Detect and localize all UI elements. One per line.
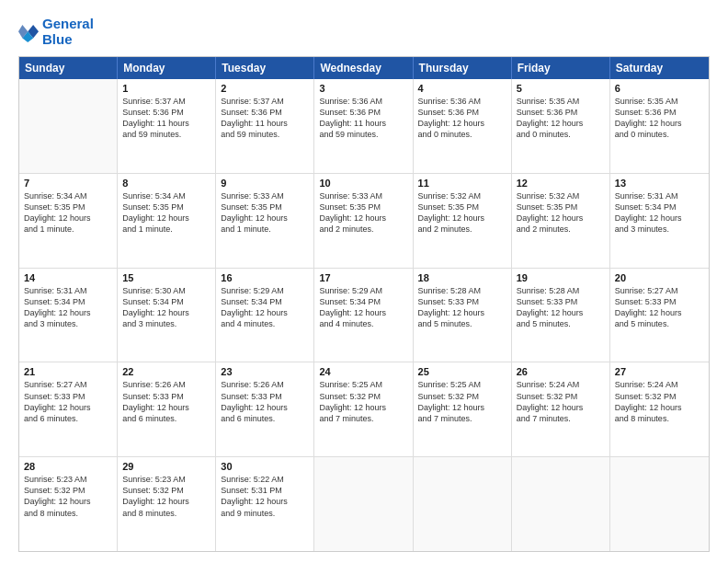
logo: General Blue: [18, 17, 94, 47]
day-cell-13: 13Sunrise: 5:31 AM Sunset: 5:34 PM Dayli…: [610, 174, 709, 268]
calendar: SundayMondayTuesdayWednesdayThursdayFrid…: [18, 56, 710, 552]
day-cell-5: 5Sunrise: 5:35 AM Sunset: 5:36 PM Daylig…: [512, 79, 610, 173]
day-number: 24: [319, 366, 407, 377]
day-info: Sunrise: 5:36 AM Sunset: 5:36 PM Dayligh…: [319, 96, 407, 141]
day-number: 19: [517, 272, 605, 283]
day-info: Sunrise: 5:27 AM Sunset: 5:33 PM Dayligh…: [615, 285, 704, 330]
day-info: Sunrise: 5:29 AM Sunset: 5:34 PM Dayligh…: [319, 285, 407, 330]
day-cell-11: 11Sunrise: 5:32 AM Sunset: 5:35 PM Dayli…: [414, 174, 512, 268]
day-number: 16: [221, 272, 309, 283]
day-cell-10: 10Sunrise: 5:33 AM Sunset: 5:35 PM Dayli…: [314, 174, 413, 268]
day-number: 20: [615, 272, 704, 283]
day-number: 27: [615, 366, 704, 377]
day-cell-30: 30Sunrise: 5:22 AM Sunset: 5:31 PM Dayli…: [216, 457, 314, 551]
header-day-thursday: Thursday: [414, 57, 512, 79]
day-number: 4: [418, 83, 506, 94]
day-number: 10: [319, 178, 407, 189]
day-cell-14: 14Sunrise: 5:31 AM Sunset: 5:34 PM Dayli…: [19, 269, 118, 362]
day-cell-22: 22Sunrise: 5:26 AM Sunset: 5:33 PM Dayli…: [118, 362, 216, 456]
header-day-sunday: Sunday: [19, 57, 118, 79]
day-info: Sunrise: 5:37 AM Sunset: 5:36 PM Dayligh…: [122, 96, 210, 141]
day-number: 3: [319, 83, 407, 94]
day-info: Sunrise: 5:28 AM Sunset: 5:33 PM Dayligh…: [517, 285, 605, 330]
day-number: 11: [418, 178, 506, 189]
day-info: Sunrise: 5:34 AM Sunset: 5:35 PM Dayligh…: [24, 190, 112, 236]
day-cell-6: 6Sunrise: 5:35 AM Sunset: 5:36 PM Daylig…: [610, 79, 709, 173]
day-info: Sunrise: 5:32 AM Sunset: 5:35 PM Dayligh…: [418, 190, 506, 236]
header-day-tuesday: Tuesday: [216, 57, 314, 79]
header-day-wednesday: Wednesday: [314, 57, 413, 79]
week-row-2: 7Sunrise: 5:34 AM Sunset: 5:35 PM Daylig…: [19, 174, 709, 269]
day-info: Sunrise: 5:26 AM Sunset: 5:33 PM Dayligh…: [122, 379, 210, 424]
day-cell-26: 26Sunrise: 5:24 AM Sunset: 5:32 PM Dayli…: [512, 362, 610, 456]
day-number: 29: [122, 461, 210, 472]
day-number: 21: [24, 366, 112, 377]
day-cell-8: 8Sunrise: 5:34 AM Sunset: 5:35 PM Daylig…: [118, 174, 216, 268]
day-cell-24: 24Sunrise: 5:25 AM Sunset: 5:32 PM Dayli…: [314, 362, 413, 456]
day-info: Sunrise: 5:22 AM Sunset: 5:31 PM Dayligh…: [221, 474, 309, 519]
day-cell-empty: [610, 457, 709, 551]
day-cell-15: 15Sunrise: 5:30 AM Sunset: 5:34 PM Dayli…: [118, 269, 216, 362]
day-cell-16: 16Sunrise: 5:29 AM Sunset: 5:34 PM Dayli…: [216, 269, 314, 362]
day-info: Sunrise: 5:37 AM Sunset: 5:36 PM Dayligh…: [221, 96, 309, 141]
day-cell-empty: [414, 457, 512, 551]
day-cell-28: 28Sunrise: 5:23 AM Sunset: 5:32 PM Dayli…: [19, 457, 118, 551]
calendar-header: SundayMondayTuesdayWednesdayThursdayFrid…: [19, 57, 709, 79]
day-cell-4: 4Sunrise: 5:36 AM Sunset: 5:36 PM Daylig…: [414, 79, 512, 173]
day-cell-3: 3Sunrise: 5:36 AM Sunset: 5:36 PM Daylig…: [314, 79, 413, 173]
day-cell-25: 25Sunrise: 5:25 AM Sunset: 5:32 PM Dayli…: [414, 362, 512, 456]
day-number: 23: [221, 366, 309, 377]
week-row-4: 21Sunrise: 5:27 AM Sunset: 5:33 PM Dayli…: [19, 362, 709, 457]
day-cell-23: 23Sunrise: 5:26 AM Sunset: 5:33 PM Dayli…: [216, 362, 314, 456]
day-cell-empty: [512, 457, 610, 551]
day-cell-9: 9Sunrise: 5:33 AM Sunset: 5:35 PM Daylig…: [216, 174, 314, 268]
day-cell-29: 29Sunrise: 5:23 AM Sunset: 5:32 PM Dayli…: [118, 457, 216, 551]
week-row-1: 1Sunrise: 5:37 AM Sunset: 5:36 PM Daylig…: [19, 79, 709, 174]
day-cell-27: 27Sunrise: 5:24 AM Sunset: 5:32 PM Dayli…: [610, 362, 709, 456]
header: General Blue: [18, 17, 710, 47]
day-info: Sunrise: 5:29 AM Sunset: 5:34 PM Dayligh…: [221, 285, 309, 330]
day-number: 13: [615, 178, 704, 189]
day-info: Sunrise: 5:33 AM Sunset: 5:35 PM Dayligh…: [221, 190, 309, 236]
day-number: 8: [122, 178, 210, 189]
logo-text: General Blue: [42, 17, 94, 47]
day-cell-17: 17Sunrise: 5:29 AM Sunset: 5:34 PM Dayli…: [314, 269, 413, 362]
day-number: 1: [122, 83, 210, 94]
day-number: 25: [418, 366, 506, 377]
day-info: Sunrise: 5:23 AM Sunset: 5:32 PM Dayligh…: [24, 474, 112, 519]
day-number: 22: [122, 366, 210, 377]
day-number: 30: [221, 461, 309, 472]
day-number: 17: [319, 272, 407, 283]
day-number: 28: [24, 461, 112, 472]
day-cell-empty: [314, 457, 413, 551]
day-number: 14: [24, 272, 112, 283]
day-info: Sunrise: 5:28 AM Sunset: 5:33 PM Dayligh…: [418, 285, 506, 330]
day-cell-12: 12Sunrise: 5:32 AM Sunset: 5:35 PM Dayli…: [512, 174, 610, 268]
day-number: 2: [221, 83, 309, 94]
day-number: 7: [24, 178, 112, 189]
day-info: Sunrise: 5:26 AM Sunset: 5:33 PM Dayligh…: [221, 379, 309, 424]
day-cell-19: 19Sunrise: 5:28 AM Sunset: 5:33 PM Dayli…: [512, 269, 610, 362]
day-info: Sunrise: 5:25 AM Sunset: 5:32 PM Dayligh…: [319, 379, 407, 424]
logo-icon: [18, 22, 39, 42]
day-cell-2: 2Sunrise: 5:37 AM Sunset: 5:36 PM Daylig…: [216, 79, 314, 173]
day-number: 26: [517, 366, 605, 377]
day-cell-20: 20Sunrise: 5:27 AM Sunset: 5:33 PM Dayli…: [610, 269, 709, 362]
day-number: 9: [221, 178, 309, 189]
header-day-saturday: Saturday: [610, 57, 709, 79]
week-row-5: 28Sunrise: 5:23 AM Sunset: 5:32 PM Dayli…: [19, 457, 709, 551]
header-day-friday: Friday: [512, 57, 610, 79]
day-info: Sunrise: 5:31 AM Sunset: 5:34 PM Dayligh…: [615, 190, 704, 236]
day-cell-empty: [19, 79, 118, 173]
day-info: Sunrise: 5:24 AM Sunset: 5:32 PM Dayligh…: [615, 379, 704, 424]
day-cell-18: 18Sunrise: 5:28 AM Sunset: 5:33 PM Dayli…: [414, 269, 512, 362]
day-number: 15: [122, 272, 210, 283]
day-info: Sunrise: 5:35 AM Sunset: 5:36 PM Dayligh…: [615, 96, 704, 141]
day-number: 6: [615, 83, 704, 94]
day-cell-21: 21Sunrise: 5:27 AM Sunset: 5:33 PM Dayli…: [19, 362, 118, 456]
day-info: Sunrise: 5:32 AM Sunset: 5:35 PM Dayligh…: [517, 190, 605, 236]
day-number: 12: [517, 178, 605, 189]
day-number: 5: [517, 83, 605, 94]
day-cell-7: 7Sunrise: 5:34 AM Sunset: 5:35 PM Daylig…: [19, 174, 118, 268]
day-info: Sunrise: 5:27 AM Sunset: 5:33 PM Dayligh…: [24, 379, 112, 424]
